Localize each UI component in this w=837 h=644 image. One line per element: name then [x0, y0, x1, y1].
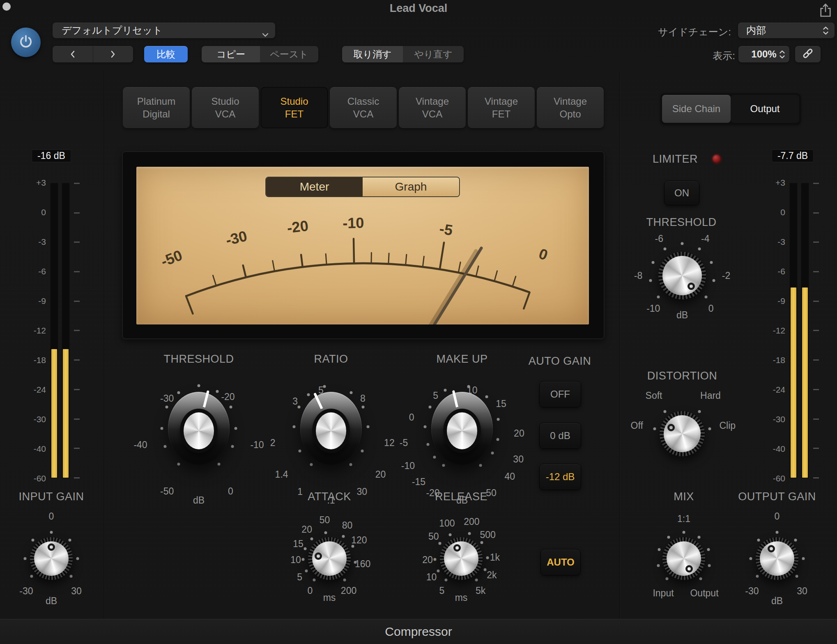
- knob-dot: [434, 558, 437, 561]
- copy-button[interactable]: コピー: [202, 46, 260, 62]
- knob-dot: [486, 556, 489, 559]
- undo-redo-group: 取り消す やり直す: [342, 46, 464, 62]
- knob-scale-label: -30: [19, 585, 33, 596]
- tab-platinum-digital[interactable]: PlatinumDigital: [123, 87, 190, 128]
- power-button[interactable]: [11, 28, 41, 57]
- vu-needle-shadow: [416, 251, 476, 324]
- undo-button[interactable]: 取り消す: [342, 46, 403, 62]
- meter-channel: [801, 183, 809, 478]
- tab-studio-vca[interactable]: StudioVCA: [192, 87, 259, 128]
- knob-scale-label: -10: [401, 460, 415, 471]
- output-meter-ticks: [813, 183, 819, 478]
- next-preset-button[interactable]: [93, 46, 133, 62]
- vu-minor-tick: [458, 262, 460, 273]
- knob-scale-label: 8: [360, 393, 366, 404]
- limiter-on-button[interactable]: ON: [664, 181, 699, 205]
- knob-dot: [756, 575, 759, 577]
- tab-line1: Vintage: [416, 95, 449, 108]
- link-icon: [802, 47, 814, 61]
- knob-scale-label: dB: [46, 596, 57, 607]
- knob-dot: [776, 531, 779, 534]
- knob-dot: [657, 564, 660, 567]
- knob-scale-label: -50: [160, 486, 174, 497]
- redo-button[interactable]: やり直す: [403, 46, 464, 62]
- knob-dot: [665, 577, 668, 580]
- export-window-icon[interactable]: [819, 3, 832, 20]
- knob-dot: [481, 541, 483, 544]
- tab-line1: Studio: [280, 95, 308, 108]
- knob-dot: [710, 261, 713, 264]
- stepper-chevrons-icon: [823, 26, 829, 38]
- meter-tick: [813, 212, 819, 214]
- meter-tick: [74, 301, 80, 302]
- tab-vintage-opto[interactable]: VintageOpto: [537, 87, 604, 128]
- link-button[interactable]: [795, 46, 821, 62]
- tab-line2: FET: [285, 108, 304, 120]
- meter-tick: [813, 359, 819, 361]
- paste-button[interactable]: ペースト: [260, 46, 318, 62]
- window-close-dot[interactable]: [2, 2, 11, 11]
- tab-classic-vca[interactable]: ClassicVCA: [330, 87, 397, 128]
- vu-major-tick: [301, 255, 303, 267]
- meter-tick: [813, 477, 819, 478]
- auto-gain-minus12db-button[interactable]: -12 dB: [539, 464, 581, 490]
- meter-tick: [813, 242, 819, 243]
- auto-gain-off-button[interactable]: OFF: [539, 381, 581, 407]
- knob-dot: [699, 577, 702, 580]
- knob-scale-label: 3: [292, 396, 298, 407]
- tab-studio-fet[interactable]: StudioFET: [261, 87, 328, 128]
- toggle-output[interactable]: Output: [731, 95, 799, 123]
- knob-dot: [802, 557, 805, 560]
- tab-meter[interactable]: Meter: [266, 177, 363, 196]
- meter-tick: [74, 212, 80, 214]
- knob-scale-label: 0: [308, 585, 313, 596]
- knob-scale-label: 1.4: [275, 469, 288, 480]
- knob-scale-label: 0: [775, 511, 780, 522]
- vu-scale-label: -50: [159, 246, 184, 270]
- view-zoom-value: 100%: [751, 48, 776, 60]
- knob-dot: [216, 390, 219, 393]
- view-zoom-stepper[interactable]: 100%: [738, 46, 789, 62]
- tab-graph[interactable]: Graph: [363, 177, 459, 196]
- knob-dot: [324, 531, 327, 534]
- tab-line2: FET: [492, 108, 510, 120]
- knob-dot: [31, 538, 34, 541]
- tab-vintage-fet[interactable]: VintageFET: [468, 87, 535, 128]
- knob-face: [760, 541, 794, 576]
- knob-dot: [164, 445, 167, 448]
- knob-scale-label: 12: [384, 437, 395, 448]
- knob-scale-label: :1: [327, 495, 335, 506]
- meter-fill: [63, 349, 69, 478]
- compare-button[interactable]: 比較: [144, 46, 188, 62]
- knob-scale-label: 15: [496, 398, 506, 409]
- makeup-label: MAKE UP: [436, 353, 487, 366]
- knob-indicator: [48, 543, 55, 551]
- meter-tick: [74, 419, 80, 420]
- knob-dot: [496, 438, 499, 441]
- preset-dropdown[interactable]: デフォルトプリセット: [53, 23, 275, 38]
- knob-dot: [697, 536, 700, 538]
- tab-vintage-vca[interactable]: VintageVCA: [399, 87, 466, 128]
- knob-dot: [653, 428, 656, 430]
- knob-dot: [475, 579, 478, 582]
- auto-gain-0db-button[interactable]: 0 dB: [539, 423, 581, 449]
- knob-dot: [433, 455, 436, 458]
- knob-dot: [361, 406, 364, 409]
- knob-dot: [69, 575, 72, 577]
- knob-dot: [177, 463, 180, 466]
- auto-release-button[interactable]: AUTO: [540, 549, 581, 575]
- previous-preset-button[interactable]: [53, 46, 93, 62]
- knob-scale-label: 10: [426, 571, 437, 582]
- knob-scale-label: Hard: [700, 390, 721, 401]
- knob-scale-label: -40: [133, 439, 147, 451]
- circuit-type-tabs: PlatinumDigitalStudioVCAStudioFETClassic…: [123, 87, 604, 128]
- knob-scale-label: 1k: [490, 552, 500, 563]
- meter-graph-tabs: Meter Graph: [265, 177, 460, 197]
- knob-scale-label: 40: [505, 471, 515, 482]
- input-meter-readout: -16 dB: [32, 150, 71, 162]
- output-meter-readout: -7.7 dB: [772, 150, 814, 162]
- sidechain-dropdown[interactable]: 内部: [738, 23, 835, 38]
- toggle-side-chain[interactable]: Side Chain: [662, 95, 731, 123]
- knob-scale-label: 50: [486, 487, 497, 498]
- vu-meter-bezel: -50-30-20-10-50 Meter Graph: [122, 151, 605, 339]
